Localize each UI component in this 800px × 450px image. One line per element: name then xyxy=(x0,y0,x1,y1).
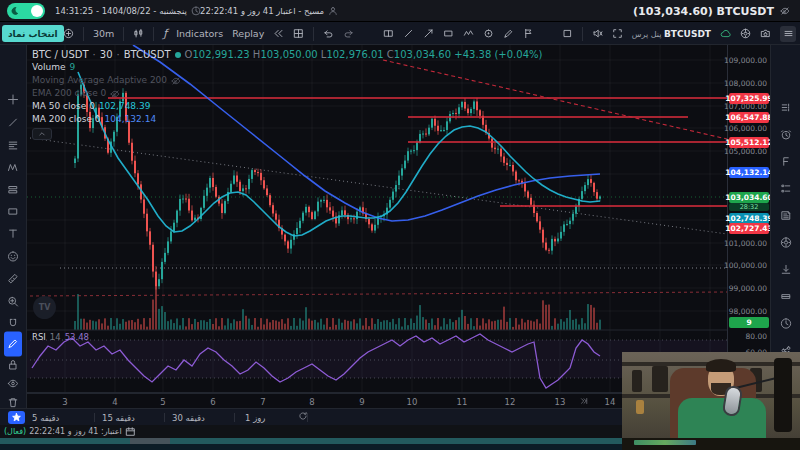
price-readout: (103,034.60) BTCUSDT xyxy=(633,0,790,22)
screenshot-frame-icon[interactable] xyxy=(562,28,573,39)
chart-legend: BTC / USDT · 30 · BTCUSDT O102,991.23 H1… xyxy=(32,48,542,140)
active-badge: (فعال) xyxy=(4,427,26,436)
history-icon[interactable] xyxy=(780,315,792,334)
dom-icon[interactable] xyxy=(780,288,792,307)
user-group: مسیح - اعتبار 41 روز و 22:22:41 xyxy=(200,0,338,22)
wave-tool-icon[interactable] xyxy=(463,28,474,39)
camera-icon[interactable] xyxy=(760,28,771,39)
line-tool-icon[interactable] xyxy=(403,28,414,39)
crosshair-tool-icon[interactable] xyxy=(7,91,19,110)
trading-app-window: پنجشنبه - 1404/08/22 - 14:31:25 مسیح - ا… xyxy=(0,0,800,450)
keyboard xyxy=(634,440,696,445)
lock-tool-icon[interactable] xyxy=(7,356,19,375)
datetime-text: پنجشنبه - 1404/08/22 - 14:31:25 xyxy=(55,6,187,16)
time-tick: 11 xyxy=(457,397,468,407)
price-badge: 106,547.88 xyxy=(729,112,769,123)
arrow-tool-icon[interactable] xyxy=(423,28,434,39)
top-bar: پنجشنبه - 1404/08/22 - 14:31:25 مسیح - ا… xyxy=(0,0,800,22)
trendline-tool-icon[interactable] xyxy=(7,114,19,133)
rectangle-tool-icon[interactable] xyxy=(7,203,19,222)
pencil-tool-icon[interactable] xyxy=(503,28,514,39)
eye-off-icon[interactable] xyxy=(780,6,790,16)
interval-button[interactable]: 30m xyxy=(93,28,114,39)
timeframe-button[interactable]: 1 روز xyxy=(245,411,265,424)
alerts-icon[interactable] xyxy=(780,126,792,145)
zoom-tool-icon[interactable] xyxy=(7,293,19,312)
pattern-tool-icon[interactable] xyxy=(7,159,19,178)
flag-tool-icon[interactable] xyxy=(523,28,534,39)
mute-icon[interactable] xyxy=(592,28,603,39)
menu-button[interactable] xyxy=(780,26,796,42)
star-icon xyxy=(11,412,22,423)
credit-status: اعتبار: 41 روز و 22:22:41 (فعال) xyxy=(4,426,136,437)
volume-label: Volume xyxy=(32,61,65,74)
price-badge: 105,512.12 xyxy=(729,137,769,148)
rsi-length: 14 xyxy=(50,332,61,342)
ma50-label: MA 50 close 0 xyxy=(32,100,95,113)
theme-toggle[interactable] xyxy=(7,3,45,19)
datetime-group: پنجشنبه - 1404/08/22 - 14:31:25 xyxy=(55,0,201,22)
cloud-save-icon[interactable] xyxy=(720,28,731,39)
emoji-tool-icon[interactable] xyxy=(7,248,19,267)
replay-button[interactable]: Replay xyxy=(232,28,264,39)
ma50-row[interactable]: MA 50 close 0 102,748.39 xyxy=(32,100,542,113)
symbol-row[interactable]: BTC / USDT · 30 · BTCUSDT O102,991.23 H1… xyxy=(32,48,542,61)
object-tree-icon[interactable] xyxy=(780,180,792,199)
favorites-star-button[interactable] xyxy=(8,411,25,424)
price-label: 108,000.00 xyxy=(724,79,767,88)
fullscreen-icon[interactable] xyxy=(612,28,623,39)
layout-grid-icon[interactable] xyxy=(293,28,304,39)
symbol-select-button[interactable]: انتخاب نماد xyxy=(2,25,64,42)
price-label: 80.00 xyxy=(746,332,767,341)
draw-tool-icon[interactable] xyxy=(4,332,22,357)
timeframe-button[interactable]: 5 دقیقه xyxy=(32,411,59,424)
drawing-tools-rail xyxy=(0,45,27,408)
timeframe-button[interactable]: 30 دقیقه xyxy=(172,411,205,424)
redo-icon[interactable] xyxy=(343,28,354,39)
indicators-button[interactable]: Indicators xyxy=(176,28,223,39)
ema-row[interactable]: EMA 200 close 0 xyxy=(32,87,542,100)
rect-tool-icon[interactable] xyxy=(443,28,454,39)
undo-icon[interactable] xyxy=(323,28,334,39)
shelf-item xyxy=(652,366,668,392)
hourglass-prop xyxy=(636,400,644,414)
rsi-value: 53.48 xyxy=(65,332,89,342)
shelf-item xyxy=(632,370,642,392)
volume-row[interactable]: Volume 9 xyxy=(32,61,542,74)
text-tool-icon[interactable] xyxy=(7,225,19,244)
rewind-icon[interactable] xyxy=(273,28,284,39)
timeframe-button[interactable]: 15 دقیقه xyxy=(102,411,135,424)
maa-row[interactable]: Moving Average Adaptive 200 xyxy=(32,74,542,87)
position-tool-icon[interactable] xyxy=(7,181,19,200)
rsi-legend[interactable]: RSI 14 53.48 xyxy=(32,332,89,342)
go-to-realtime-icon[interactable] xyxy=(580,397,588,405)
news-icon[interactable] xyxy=(780,207,792,226)
split-layout-icon[interactable] xyxy=(383,28,394,39)
maa-label: Moving Average Adaptive 200 xyxy=(32,74,167,87)
symbol-search-icon[interactable] xyxy=(63,28,74,39)
maa-hidden-icon[interactable] xyxy=(171,76,181,86)
price-label: 101,000.00 xyxy=(724,239,767,248)
ema-hidden-icon[interactable] xyxy=(110,89,120,99)
settings-icon[interactable] xyxy=(740,28,751,39)
target-tool-icon[interactable] xyxy=(483,28,494,39)
price-badge: 102,727.43 xyxy=(729,223,769,234)
time-tick: 14 xyxy=(605,397,616,407)
watchlist-icon[interactable] xyxy=(780,99,792,118)
hotlists-icon[interactable] xyxy=(780,153,792,172)
indicators-fx-icon[interactable]: ƒ xyxy=(163,27,167,40)
ma200-row[interactable]: MA 200 close 0 104,132.14 xyxy=(32,113,542,126)
rsi-title: RSI xyxy=(32,332,46,342)
person-icon xyxy=(328,6,338,16)
legend-collapse-button[interactable] xyxy=(32,128,52,140)
toolbar-right-group: پنل پرس BTCUSDT xyxy=(562,22,796,45)
hide-tool-icon[interactable] xyxy=(7,375,19,394)
price-badge: 107,325.99 xyxy=(729,93,769,104)
export-icon[interactable] xyxy=(780,261,792,280)
fib-tool-icon[interactable] xyxy=(7,137,19,156)
toggle-knob xyxy=(31,5,43,17)
chart-type-icon[interactable] xyxy=(133,28,144,39)
measure-tool-icon[interactable] xyxy=(7,270,19,289)
time-tick: 6 xyxy=(210,397,215,407)
settings-icon[interactable] xyxy=(780,234,792,253)
